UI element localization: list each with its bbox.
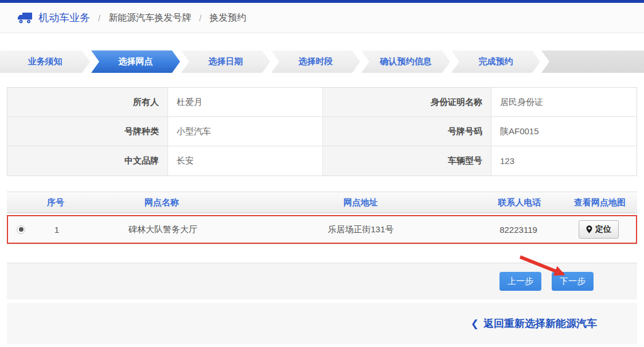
- step-tab-business-notice[interactable]: 业务须知: [0, 50, 90, 73]
- step-label: 业务须知: [28, 56, 63, 67]
- breadcrumb-item-vehicle-services[interactable]: 机动车业务: [38, 11, 90, 25]
- info-value-brand: 长安: [168, 146, 323, 176]
- prev-step-button[interactable]: 上一步: [499, 272, 541, 291]
- truck-icon: [17, 12, 33, 24]
- back-link-label: 返回重新选择新能源汽车: [483, 317, 597, 330]
- chevron-left-icon: ❮: [471, 318, 479, 330]
- station-address-cell: 乐居场正街131号: [246, 224, 475, 235]
- info-label-plate-type: 号牌种类: [7, 117, 168, 146]
- breadcrumb-item-reservation: 换发预约: [209, 12, 246, 24]
- info-label-model: 车辆型号: [323, 146, 491, 176]
- station-table: 序号 网点名称 网点地址 联系人电话 查看网点地图 1 碑林大队警务大厅 乐居场…: [7, 192, 637, 244]
- back-to-vehicle-select-link[interactable]: ❮ 返回重新选择新能源汽车: [471, 317, 597, 330]
- step-tab-complete[interactable]: 完成预约: [451, 50, 540, 73]
- info-value-plate-number: 陕AF0015: [491, 117, 637, 146]
- step-tab-select-station[interactable]: 选择网点: [91, 50, 180, 73]
- header-station-name: 网点名称: [79, 197, 245, 208]
- vehicle-info-table: 所有人 杜爱月 身份证明名称 居民身份证 号牌种类 小型汽车 号牌号码 陕AF0…: [7, 87, 637, 176]
- header-view-map: 查看网点地图: [563, 197, 637, 208]
- step-bar-filler: [541, 50, 644, 73]
- station-phone-cell: 82223119: [475, 225, 561, 235]
- location-pin-icon: [586, 225, 592, 233]
- step-label: 确认预约信息: [380, 56, 432, 67]
- station-table-header: 序号 网点名称 网点地址 联系人电话 查看网点地图: [7, 192, 637, 213]
- step-label: 选择网点: [119, 56, 153, 67]
- step-tab-select-time[interactable]: 选择时段: [271, 50, 360, 73]
- station-row-selected[interactable]: 1 碑林大队警务大厅 乐居场正街131号 82223119 定位: [7, 215, 637, 244]
- info-value-model: 123: [491, 146, 637, 176]
- breadcrumb-separator: /: [98, 13, 100, 23]
- footer-bar: ❮ 返回重新选择新能源汽车: [7, 303, 637, 344]
- info-label-id-type: 身份证明名称: [323, 88, 491, 117]
- locate-button[interactable]: 定位: [579, 220, 619, 239]
- radio-dot: [19, 227, 24, 232]
- step-label: 完成预约: [479, 56, 513, 67]
- header-contact-phone: 联系人电话: [477, 197, 563, 208]
- step-label: 选择日期: [209, 56, 243, 67]
- station-index-cell: 1: [34, 225, 80, 235]
- header-index: 序号: [33, 197, 79, 208]
- station-radio[interactable]: [17, 225, 25, 234]
- info-value-owner: 杜爱月: [168, 88, 323, 117]
- step-label: 选择时段: [299, 56, 333, 67]
- step-progress-bar: 业务须知 选择网点 选择日期 选择时段 确认预约信息 完成预约: [0, 50, 644, 73]
- info-label-owner: 所有人: [7, 88, 168, 117]
- info-value-id-type: 居民身份证: [491, 88, 637, 117]
- info-value-plate-type: 小型汽车: [168, 117, 323, 146]
- breadcrumb: 机动车业务 / 新能源汽车换发号牌 / 换发预约: [0, 3, 644, 33]
- locate-button-label: 定位: [595, 224, 611, 235]
- breadcrumb-separator: /: [199, 13, 201, 23]
- station-name-cell: 碑林大队警务大厅: [80, 224, 246, 235]
- action-bar: 上一步 下一步: [7, 263, 637, 299]
- header-station-address: 网点地址: [245, 197, 477, 208]
- breadcrumb-item-plate-renewal[interactable]: 新能源汽车换发号牌: [108, 12, 191, 24]
- info-label-brand: 中文品牌: [7, 146, 168, 176]
- next-step-button[interactable]: 下一步: [552, 272, 594, 291]
- step-tab-confirm-info[interactable]: 确认预约信息: [361, 50, 450, 73]
- step-tab-select-date[interactable]: 选择日期: [181, 50, 270, 73]
- info-label-plate-number: 号牌号码: [323, 117, 491, 146]
- page: 机动车业务 / 新能源汽车换发号牌 / 换发预约 业务须知 选择网点 选择日期 …: [0, 0, 644, 347]
